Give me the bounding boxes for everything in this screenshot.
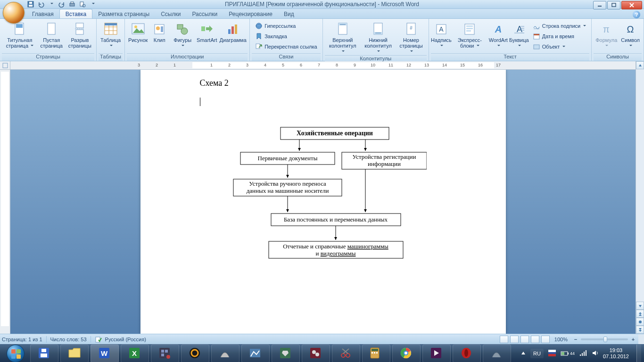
page-break-button[interactable]: Разрыв страницы bbox=[66, 20, 94, 53]
vertical-ruler[interactable] bbox=[0, 70, 10, 334]
smartart-button[interactable]: SmartArt bbox=[195, 20, 218, 53]
svg-point-122 bbox=[464, 349, 468, 357]
zoom-slider[interactable] bbox=[581, 338, 628, 340]
tray-show-hidden[interactable] bbox=[521, 351, 526, 356]
tray-flag-icon[interactable] bbox=[548, 350, 556, 357]
task-opera[interactable] bbox=[453, 345, 481, 362]
tray-lang[interactable]: RU bbox=[530, 349, 544, 358]
signature-button[interactable]: Строка подписи bbox=[531, 21, 587, 31]
task-calc[interactable] bbox=[362, 345, 390, 362]
view-outline[interactable] bbox=[531, 336, 539, 343]
status-words[interactable]: Число слов: 53 bbox=[50, 337, 87, 342]
task-app2[interactable] bbox=[211, 345, 239, 362]
group-illus-label: Иллюстрации bbox=[127, 53, 248, 61]
status-page[interactable]: Страница: 1 из 1 bbox=[2, 337, 42, 342]
undo-icon[interactable] bbox=[37, 0, 45, 8]
clip-button[interactable]: Клип bbox=[149, 20, 170, 53]
view-full-screen[interactable] bbox=[510, 336, 519, 343]
view-web[interactable] bbox=[520, 336, 529, 343]
task-app1[interactable] bbox=[151, 345, 179, 362]
textbox-button[interactable]: AНадпись bbox=[431, 20, 452, 53]
undo-dropdown[interactable] bbox=[47, 0, 56, 8]
svg-rect-129 bbox=[580, 354, 581, 356]
save-icon[interactable] bbox=[26, 0, 35, 8]
cover-page-button[interactable]: Титульная страница bbox=[2, 20, 38, 53]
crossref-button[interactable]: Перекрестная ссылка bbox=[254, 41, 319, 51]
show-desktop-button[interactable] bbox=[636, 345, 641, 362]
task-explorer[interactable] bbox=[60, 345, 89, 362]
task-aimp[interactable] bbox=[181, 345, 209, 362]
task-app5[interactable] bbox=[483, 345, 511, 362]
office-button[interactable] bbox=[3, 2, 25, 24]
redo-icon[interactable] bbox=[58, 0, 66, 8]
preview-icon[interactable] bbox=[78, 0, 87, 8]
horizontal-ruler[interactable]: 321 123 456 789 101112 131415 1617 bbox=[10, 61, 636, 70]
prev-page-button[interactable] bbox=[636, 310, 644, 318]
header-button[interactable]: Верхний колонтитул bbox=[325, 20, 361, 55]
hyperlink-button[interactable]: Гиперссылка bbox=[254, 21, 319, 31]
tray-clock[interactable]: 19:0307.10.2012 bbox=[603, 347, 632, 360]
tab-review[interactable]: Рецензирование bbox=[223, 9, 278, 18]
view-print-layout[interactable] bbox=[500, 336, 508, 343]
svg-text:A: A bbox=[517, 25, 522, 34]
tab-references[interactable]: Ссылки bbox=[155, 9, 186, 18]
scroll-down-button[interactable] bbox=[636, 302, 644, 310]
zoom-out-button[interactable]: − bbox=[572, 337, 579, 342]
zoom-in-button[interactable]: + bbox=[630, 337, 636, 342]
footer-button[interactable]: Нижний колонтитул bbox=[361, 20, 396, 55]
zoom-percent[interactable]: 100% bbox=[554, 337, 568, 342]
tab-mailings[interactable]: Рассылки bbox=[186, 9, 223, 18]
shapes-button[interactable]: Фигуры bbox=[170, 20, 195, 53]
tab-layout[interactable]: Разметка страницы bbox=[92, 9, 155, 18]
task-ruby[interactable] bbox=[272, 345, 300, 362]
blank-page-button[interactable]: Пустая страница bbox=[38, 20, 66, 53]
browse-button[interactable] bbox=[636, 318, 644, 326]
task-player[interactable] bbox=[422, 345, 451, 362]
ruler-corner[interactable] bbox=[0, 61, 10, 70]
tray-volume-icon[interactable] bbox=[592, 350, 598, 357]
picture-button[interactable]: Рисунок bbox=[127, 20, 149, 53]
tab-home[interactable]: Главная bbox=[26, 9, 59, 18]
close-button[interactable] bbox=[621, 1, 642, 9]
quick-blocks-button[interactable]: Экспресс-блоки bbox=[452, 20, 488, 53]
maximize-button[interactable] bbox=[607, 1, 620, 9]
svg-rect-47 bbox=[466, 28, 473, 29]
bookmark-button[interactable]: Закладка bbox=[254, 31, 319, 41]
document-canvas[interactable]: Схема 2 Хозяйственные операции bbox=[10, 70, 636, 334]
page-number-button[interactable]: #Номер страницы bbox=[396, 20, 427, 55]
tray-battery[interactable]: 44 bbox=[561, 351, 575, 356]
qat-more[interactable] bbox=[89, 0, 97, 8]
view-draft[interactable] bbox=[541, 336, 550, 343]
print-icon[interactable] bbox=[68, 0, 76, 8]
task-chrome[interactable] bbox=[392, 345, 421, 362]
table-button[interactable]: Таблица bbox=[99, 20, 123, 53]
task-app4[interactable] bbox=[302, 345, 330, 362]
task-word[interactable]: W bbox=[91, 345, 119, 362]
proofing-icon[interactable] bbox=[95, 336, 102, 343]
next-page-button[interactable] bbox=[636, 326, 644, 334]
symbol-button[interactable]: ΩСимвол bbox=[619, 20, 642, 53]
tab-view[interactable]: Вид bbox=[278, 9, 300, 18]
object-button[interactable]: Объект bbox=[531, 41, 587, 51]
help-button[interactable]: ? bbox=[633, 11, 640, 18]
task-snip[interactable] bbox=[332, 345, 360, 362]
resize-grip[interactable] bbox=[638, 334, 644, 344]
minimize-button[interactable] bbox=[593, 1, 606, 9]
equation-button[interactable]: πФормула bbox=[594, 20, 619, 53]
datetime-button[interactable]: Дата и время bbox=[531, 31, 587, 41]
tray-network-icon[interactable] bbox=[579, 350, 587, 357]
task-excel[interactable]: X bbox=[121, 345, 149, 362]
task-app3[interactable] bbox=[241, 345, 270, 362]
status-lang[interactable]: Русский (Россия) bbox=[105, 337, 146, 342]
vertical-scrollbar[interactable] bbox=[636, 61, 644, 334]
page[interactable]: Схема 2 Хозяйственные операции bbox=[140, 70, 506, 334]
dropcap-button[interactable]: AБуквица bbox=[509, 20, 529, 53]
wordart-button[interactable]: AWordArt bbox=[488, 20, 509, 53]
svg-rect-86 bbox=[17, 349, 21, 354]
chart-button[interactable]: Диаграмма bbox=[218, 20, 248, 53]
task-save[interactable] bbox=[30, 345, 58, 362]
svg-point-107 bbox=[315, 353, 319, 356]
tab-insert[interactable]: Вставка bbox=[59, 9, 93, 18]
start-button[interactable] bbox=[3, 344, 28, 362]
scroll-up-button[interactable] bbox=[636, 61, 644, 69]
